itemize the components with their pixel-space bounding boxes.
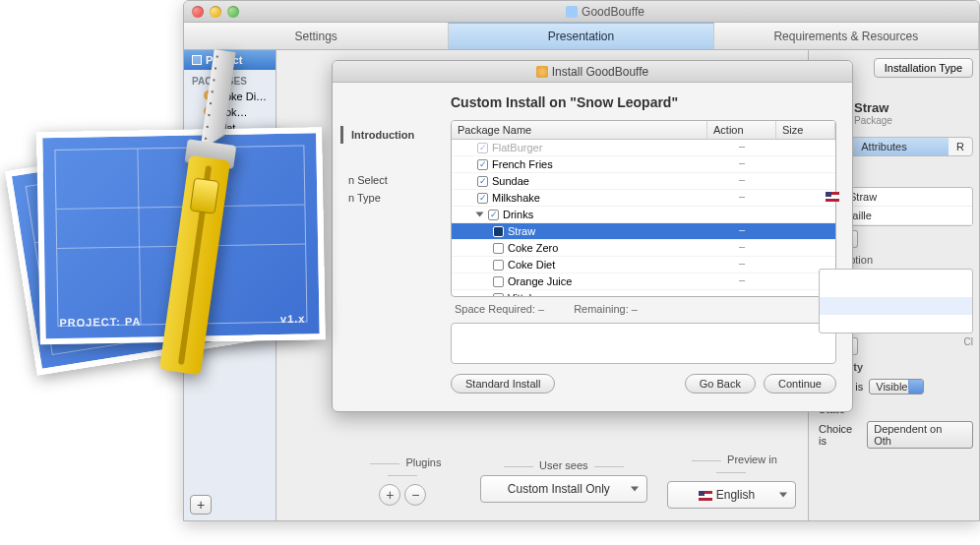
col-size[interactable]: Size (776, 121, 835, 139)
center-pane: Install GoodBouffe Introduction n Select… (276, 50, 808, 520)
row-name: French Fries (492, 158, 553, 170)
table-row[interactable]: Vittel– (452, 290, 835, 297)
checkbox[interactable] (493, 276, 504, 287)
space-required-label: Space Required: (455, 303, 535, 315)
step-select: n Select (340, 171, 443, 189)
plugins-label: Plugins (345, 456, 460, 484)
checkbox[interactable] (477, 159, 488, 170)
clear-link[interactable]: Cl (964, 333, 973, 350)
tab-presentation[interactable]: Presentation (449, 23, 713, 49)
row-name: Coke Diet (508, 259, 555, 271)
row-action: – (707, 223, 776, 239)
close-icon[interactable] (192, 6, 204, 18)
flag-us-icon (699, 491, 712, 501)
main-tabs: Settings Presentation Requirements & Res… (184, 23, 979, 50)
installer-heading: Custom Install on "Snow Leopard" (451, 83, 836, 120)
disclosure-icon[interactable] (476, 212, 484, 217)
row-action: – (707, 273, 776, 289)
folder-icon (566, 6, 578, 18)
row-size (776, 140, 835, 155)
add-plugin-button[interactable]: + (379, 484, 400, 506)
checkbox[interactable] (477, 176, 488, 187)
plugins-group: Plugins + − (345, 456, 460, 506)
space-info: Space Required: – Remaining: – (451, 297, 836, 321)
user-sees-label: User sees (480, 459, 647, 475)
row-size (776, 156, 835, 172)
locale-value: Straw (849, 191, 877, 203)
row-name: Coke Zero (508, 242, 558, 254)
installer-window: Install GoodBouffe Introduction n Select… (332, 60, 853, 412)
row-size (776, 240, 835, 256)
row-action (707, 207, 776, 222)
preview-value: English (716, 488, 755, 502)
checkbox[interactable] (493, 260, 504, 271)
table-row[interactable]: Sundae– (452, 173, 835, 190)
step-type: n Type (340, 189, 443, 207)
table-row[interactable]: Coke Diet– (452, 257, 835, 273)
description-grid[interactable] (819, 269, 973, 333)
row-action: – (707, 173, 776, 189)
tab-r[interactable]: R (949, 138, 972, 155)
row-name: Straw (508, 225, 535, 237)
user-sees-select[interactable]: Custom Install Only (480, 475, 647, 503)
window-title: GoodBouffe (582, 5, 644, 19)
add-button[interactable]: + (190, 495, 212, 515)
flag-us-icon (826, 192, 839, 202)
table-row[interactable]: FlatBurger– (452, 140, 835, 156)
remove-plugin-button[interactable]: − (404, 484, 426, 506)
table-row[interactable]: Coke Zero– (452, 240, 835, 257)
table-row[interactable]: French Fries– (452, 156, 835, 173)
table-row[interactable]: Milkshake– (452, 190, 835, 207)
space-remaining-label: Remaining: (574, 303, 629, 315)
row-name: Orange Juice (508, 275, 572, 287)
checkbox[interactable] (488, 210, 499, 220)
state-value: Dependent on Oth (874, 423, 942, 447)
installer-titlebar: Install GoodBouffe (333, 61, 852, 83)
traffic-lights (192, 6, 239, 18)
titlebar: GoodBouffe (184, 1, 979, 23)
installer-description-area (451, 323, 836, 364)
blueprint-version: v1.x (280, 313, 306, 325)
table-row[interactable]: Orange Juice– (452, 273, 835, 290)
inspector-title: Straw (854, 100, 892, 115)
inspector-kind: Package (854, 115, 892, 126)
row-name: Milkshake (492, 192, 540, 204)
preview-select[interactable]: English (667, 481, 796, 509)
tab-requirements[interactable]: Requirements & Resources (714, 23, 979, 49)
row-size (776, 173, 835, 189)
row-action: – (707, 240, 776, 256)
table-row[interactable]: Drinks (452, 207, 835, 223)
row-action: – (707, 156, 776, 172)
row-name: Drinks (503, 209, 533, 220)
state-select[interactable]: Dependent on Oth (867, 421, 973, 449)
checkbox[interactable] (493, 243, 504, 254)
row-size (776, 223, 835, 239)
installation-type-button[interactable]: Installation Type (874, 58, 973, 78)
state-choice-label: Choice is (819, 423, 861, 447)
checkbox[interactable] (477, 193, 488, 204)
minimize-icon[interactable] (210, 6, 221, 18)
blueprint-label: PROJECT: PA (59, 315, 141, 328)
standard-install-button[interactable]: Standard Install (451, 374, 555, 394)
visibility-value: Visible (876, 381, 907, 393)
preview-label: Preview in (667, 454, 796, 481)
visibility-select[interactable]: Visible (869, 379, 924, 394)
go-back-button[interactable]: Go Back (685, 374, 756, 394)
space-remaining-value: – (632, 303, 638, 315)
row-name: Sundae (492, 175, 529, 187)
col-action[interactable]: Action (707, 121, 776, 139)
row-action: – (707, 190, 776, 206)
gear-icon (493, 226, 504, 237)
row-action: – (707, 290, 776, 297)
package-icon (536, 66, 548, 78)
continue-button[interactable]: Continue (764, 374, 836, 394)
row-action: – (707, 257, 776, 272)
row-name: FlatBurger (492, 142, 542, 153)
zoom-icon[interactable] (227, 6, 239, 18)
table-row[interactable]: Straw– (452, 223, 835, 240)
checkbox (477, 143, 488, 153)
user-sees-value: Custom Install Only (508, 482, 610, 496)
tab-settings[interactable]: Settings (184, 23, 449, 49)
col-package-name[interactable]: Package Name (452, 121, 707, 139)
package-table: Package Name Action Size FlatBurger–Fren… (451, 120, 836, 297)
